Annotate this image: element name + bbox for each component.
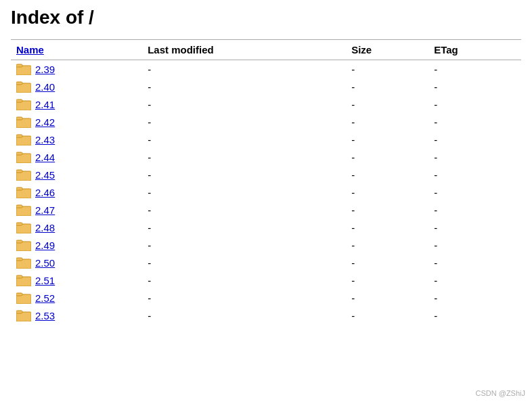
size-cell: - <box>346 183 428 201</box>
folder-link[interactable]: 2.39 <box>35 64 55 75</box>
table-row: 2.39 --- <box>11 60 521 78</box>
etag-cell: - <box>428 78 521 95</box>
column-name[interactable]: Name <box>11 40 142 60</box>
last-modified-cell: - <box>142 60 346 78</box>
folder-link[interactable]: 2.43 <box>35 134 55 145</box>
table-row: 2.41 --- <box>11 95 521 113</box>
name-cell: 2.47 <box>11 201 142 219</box>
folder-link[interactable]: 2.46 <box>35 187 55 198</box>
name-cell: 2.50 <box>11 254 142 271</box>
folder-icon <box>16 151 31 163</box>
svg-rect-13 <box>16 170 22 173</box>
etag-cell: - <box>428 219 521 236</box>
folder-icon <box>16 98 31 110</box>
folder-link[interactable]: 2.51 <box>35 275 55 286</box>
etag-cell: - <box>428 60 521 78</box>
last-modified-cell: - <box>142 307 346 324</box>
size-cell: - <box>346 201 428 219</box>
folder-link[interactable]: 2.42 <box>35 116 55 128</box>
table-row: 2.42 --- <box>11 113 521 131</box>
etag-cell: - <box>428 113 521 131</box>
table-row: 2.47 --- <box>11 201 521 219</box>
etag-cell: - <box>428 131 521 148</box>
table-row: 2.43 --- <box>11 131 521 148</box>
last-modified-cell: - <box>142 183 346 201</box>
svg-rect-9 <box>16 135 22 137</box>
folder-link[interactable]: 2.41 <box>35 99 55 110</box>
directory-table: Name Last modified Size ETag 2.39 --- <box>11 39 521 324</box>
name-cell: 2.41 <box>11 95 142 113</box>
last-modified-cell: - <box>142 271 346 289</box>
svg-rect-19 <box>16 223 22 225</box>
table-row: 2.45 --- <box>11 166 521 183</box>
folder-link[interactable]: 2.48 <box>35 222 55 233</box>
folder-link[interactable]: 2.52 <box>35 292 55 304</box>
table-row: 2.49 --- <box>11 236 521 254</box>
folder-icon <box>16 186 31 198</box>
etag-cell: - <box>428 201 521 219</box>
table-row: 2.50 --- <box>11 254 521 271</box>
name-cell: 2.39 <box>11 60 142 78</box>
folder-icon <box>16 81 31 93</box>
folder-icon <box>16 274 31 286</box>
folder-icon <box>16 292 31 304</box>
column-last-modified: Last modified <box>142 40 346 60</box>
name-cell: 2.51 <box>11 271 142 289</box>
etag-cell: - <box>428 236 521 254</box>
svg-rect-25 <box>16 275 22 278</box>
etag-cell: - <box>428 183 521 201</box>
svg-rect-15 <box>16 187 22 190</box>
table-row: 2.52 --- <box>11 289 521 307</box>
name-cell: 2.46 <box>11 183 142 201</box>
last-modified-cell: - <box>142 113 346 131</box>
folder-link[interactable]: 2.44 <box>35 152 55 163</box>
folder-icon <box>16 116 31 128</box>
folder-icon <box>16 133 31 145</box>
folder-link[interactable]: 2.47 <box>35 204 55 216</box>
size-cell: - <box>346 95 428 113</box>
etag-cell: - <box>428 289 521 307</box>
folder-link[interactable]: 2.53 <box>35 310 55 321</box>
table-row: 2.48 --- <box>11 219 521 236</box>
name-cell: 2.53 <box>11 307 142 324</box>
size-cell: - <box>346 78 428 95</box>
size-cell: - <box>346 236 428 254</box>
etag-cell: - <box>428 271 521 289</box>
folder-icon <box>16 309 31 321</box>
size-cell: - <box>346 271 428 289</box>
folder-icon <box>16 256 31 269</box>
last-modified-cell: - <box>142 95 346 113</box>
name-cell: 2.52 <box>11 289 142 307</box>
size-cell: - <box>346 219 428 236</box>
svg-rect-29 <box>16 311 22 313</box>
folder-link[interactable]: 2.40 <box>35 81 55 93</box>
etag-cell: - <box>428 254 521 271</box>
table-row: 2.44 --- <box>11 148 521 166</box>
folder-icon <box>16 169 31 181</box>
folder-icon <box>16 221 31 233</box>
table-row: 2.53 --- <box>11 307 521 324</box>
name-cell: 2.42 <box>11 113 142 131</box>
size-cell: - <box>346 289 428 307</box>
svg-rect-11 <box>16 152 22 155</box>
svg-rect-5 <box>16 99 22 102</box>
svg-rect-7 <box>16 117 22 120</box>
column-etag: ETag <box>428 40 521 60</box>
folder-link[interactable]: 2.49 <box>35 240 55 251</box>
last-modified-cell: - <box>142 131 346 148</box>
table-row: 2.40 --- <box>11 78 521 95</box>
folder-link[interactable]: 2.45 <box>35 169 55 181</box>
size-cell: - <box>346 307 428 324</box>
name-cell: 2.45 <box>11 166 142 183</box>
folder-icon <box>16 63 31 75</box>
svg-rect-27 <box>16 293 22 296</box>
size-cell: - <box>346 60 428 78</box>
name-cell: 2.49 <box>11 236 142 254</box>
last-modified-cell: - <box>142 236 346 254</box>
page-title: Index of / <box>11 7 521 28</box>
etag-cell: - <box>428 166 521 183</box>
folder-link[interactable]: 2.50 <box>35 257 55 269</box>
size-cell: - <box>346 254 428 271</box>
folder-icon <box>16 239 31 251</box>
svg-rect-1 <box>16 64 22 67</box>
